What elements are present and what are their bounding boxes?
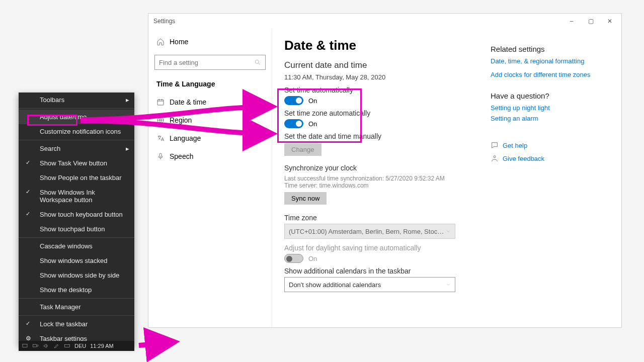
- rail-link-nightlight[interactable]: Setting up night light: [491, 104, 612, 112]
- volume-icon[interactable]: [43, 343, 49, 349]
- chat-icon: [491, 141, 499, 149]
- sync-server-line: Time server: time.windows.com: [284, 182, 478, 189]
- taskbar-context-menu: ToolbarsAdjust date/timeCustomize notifi…: [19, 93, 134, 346]
- sidebar-home[interactable]: Home: [148, 34, 272, 50]
- settings-content: Date & time Current date and time 11:30 …: [272, 38, 491, 322]
- addl-cal-dropdown[interactable]: Don't show additional calendars: [284, 277, 455, 292]
- rail-link-alarm[interactable]: Setting an alarm: [491, 115, 612, 122]
- ctx-item-lock-the-taskbar[interactable]: Lock the taskbar: [19, 317, 134, 331]
- svg-rect-3: [159, 153, 162, 157]
- right-rail: Related settings Date, time, & regional …: [491, 38, 621, 322]
- rail-give-feedback[interactable]: Give feedback: [491, 154, 612, 162]
- rail-link-add-clocks[interactable]: Add clocks for different time zones: [491, 71, 612, 78]
- settings-sidebar: Home Time & Language Date & timeRegionLa…: [148, 29, 272, 327]
- auto-tz-toggle[interactable]: [284, 119, 303, 128]
- settings-window: Settings – ▢ ✕ Home Time & Language Date…: [148, 13, 622, 328]
- svg-rect-5: [23, 344, 27, 347]
- ctx-item-show-task-view-button[interactable]: Show Task View button: [19, 156, 134, 170]
- svg-rect-7: [65, 345, 70, 347]
- rail-link-formatting[interactable]: Date, time, & regional formatting: [491, 57, 612, 65]
- sync-now-button[interactable]: Sync now: [284, 192, 327, 205]
- maximize-button[interactable]: ▢: [587, 18, 594, 25]
- sidebar-item-speech[interactable]: Speech: [148, 147, 272, 165]
- ctx-item-show-the-desktop[interactable]: Show the desktop: [19, 283, 134, 297]
- svg-rect-1: [157, 100, 164, 105]
- sidebar-item-region[interactable]: Region: [148, 111, 272, 129]
- language-icon: [156, 134, 165, 142]
- ctx-separator: [19, 315, 134, 316]
- ctx-item-cascade-windows[interactable]: Cascade windows: [19, 239, 134, 253]
- home-icon: [156, 38, 165, 46]
- ctx-item-adjust-date-time[interactable]: Adjust date/time: [19, 110, 134, 124]
- window-title: Settings: [153, 18, 568, 25]
- dst-state: On: [308, 255, 317, 262]
- microphone-icon: [156, 152, 165, 160]
- addl-cal-value: Don't show additional calendars: [289, 281, 446, 289]
- chevron-down-icon: [446, 229, 451, 234]
- tray-icon[interactable]: [22, 343, 28, 349]
- calendar-icon: [156, 98, 165, 106]
- current-time-heading: Current date and time: [284, 60, 478, 70]
- sync-last-line: Last successful time synchronization: 5/…: [284, 175, 478, 182]
- network-icon[interactable]: [32, 343, 39, 349]
- timezone-dropdown[interactable]: (UTC+01:00) Amsterdam, Berlin, Bern, Rom…: [284, 224, 455, 239]
- timezone-heading: Time zone: [284, 214, 478, 222]
- search-input[interactable]: [159, 59, 254, 66]
- close-button[interactable]: ✕: [606, 18, 613, 25]
- ctx-item-task-manager[interactable]: Task Manager: [19, 300, 134, 314]
- sync-heading: Synchronize your clock: [284, 164, 478, 172]
- minimize-button[interactable]: –: [568, 18, 575, 25]
- auto-time-toggle[interactable]: [284, 96, 303, 105]
- sidebar-home-label: Home: [170, 38, 188, 46]
- svg-point-0: [255, 60, 259, 63]
- ctx-separator: [19, 140, 134, 140]
- addl-cal-heading: Show additional calendars in the taskbar: [284, 267, 478, 275]
- ctx-item-show-touchpad-button[interactable]: Show touchpad button: [19, 222, 134, 236]
- auto-time-label: Set time automatically: [284, 86, 478, 94]
- timezone-value: (UTC+01:00) Amsterdam, Berlin, Bern, Rom…: [289, 228, 446, 235]
- page-title: Date & time: [284, 38, 478, 53]
- change-button[interactable]: Change: [284, 143, 321, 156]
- dst-label: Adjust for daylight saving time automati…: [284, 244, 478, 252]
- ctx-separator: [19, 298, 134, 299]
- rail-get-help[interactable]: Get help: [491, 141, 612, 149]
- keyboard-icon[interactable]: [64, 343, 70, 349]
- rail-question-heading: Have a question?: [491, 92, 612, 100]
- ctx-item-search[interactable]: Search: [19, 141, 134, 156]
- person-icon: [491, 154, 499, 162]
- ctx-separator: [19, 108, 134, 109]
- globe-icon: [156, 116, 165, 124]
- svg-rect-6: [33, 344, 37, 347]
- manual-label: Set the date and time manually: [284, 132, 478, 140]
- dst-toggle: [284, 254, 303, 263]
- ctx-item-customize-notification-icons[interactable]: Customize notification icons: [19, 124, 134, 139]
- ctx-item-show-windows-side-by-side[interactable]: Show windows side by side: [19, 268, 134, 283]
- pen-icon[interactable]: [53, 343, 60, 349]
- rail-related-heading: Related settings: [491, 45, 612, 53]
- current-time-value: 11:30 AM, Thursday, May 28, 2020: [284, 73, 478, 81]
- search-icon: [254, 59, 261, 66]
- ctx-separator: [19, 237, 134, 238]
- annotation-arrow-taskbar: [135, 338, 175, 353]
- taskbar-clock[interactable]: 11:29 AM: [90, 343, 113, 349]
- sidebar-category: Time & Language: [148, 75, 272, 93]
- svg-point-4: [494, 156, 496, 158]
- search-input-container[interactable]: [154, 55, 266, 70]
- taskbar-language[interactable]: DEU: [74, 343, 86, 349]
- ctx-item-show-windows-ink-workspace-button[interactable]: Show Windows Ink Workspace button: [19, 185, 134, 207]
- titlebar: Settings – ▢ ✕: [148, 14, 621, 29]
- ctx-item-toolbars[interactable]: Toolbars: [19, 93, 134, 107]
- ctx-item-show-windows-stacked[interactable]: Show windows stacked: [19, 253, 134, 268]
- ctx-item-show-people-on-the-taskbar[interactable]: Show People on the taskbar: [19, 170, 134, 185]
- sidebar-item-language[interactable]: Language: [148, 129, 272, 147]
- ctx-item-show-touch-keyboard-button[interactable]: Show touch keyboard button: [19, 207, 134, 222]
- chevron-down-icon: [446, 282, 451, 287]
- taskbar-fragment: DEU 11:29 AM: [19, 341, 134, 351]
- auto-tz-state: On: [308, 120, 317, 128]
- window-controls: – ▢ ✕: [568, 18, 616, 25]
- auto-tz-label: Set time zone automatically: [284, 109, 478, 117]
- sidebar-item-date-time[interactable]: Date & time: [148, 93, 272, 111]
- auto-time-state: On: [308, 97, 317, 105]
